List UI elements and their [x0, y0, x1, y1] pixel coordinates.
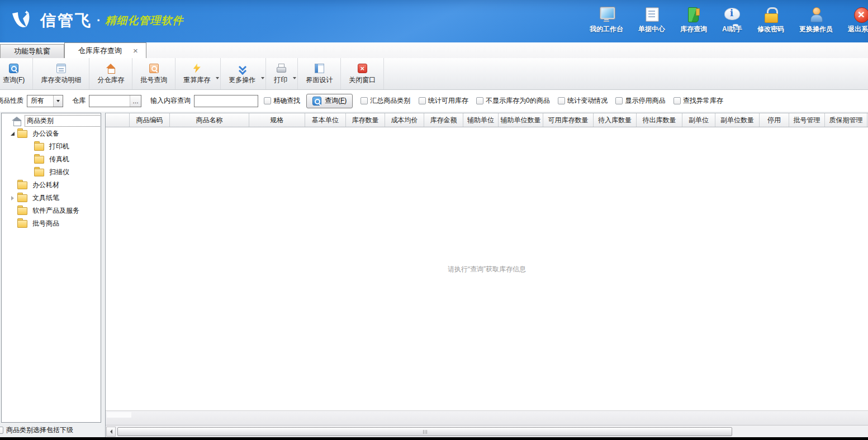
toolbar-button[interactable]: 关闭窗口 — [341, 58, 384, 89]
lightning-icon — [192, 64, 202, 73]
warehouse-input[interactable] — [89, 95, 130, 107]
header-action[interactable]: 我的工作台 — [590, 7, 623, 34]
filter-option-label: 统计可用库存 — [428, 96, 468, 106]
grid-column-header[interactable]: 副单位数量 — [715, 113, 760, 127]
tree-node[interactable]: 办公耗材 — [2, 179, 101, 192]
grid-column-header[interactable]: 待出库数量 — [637, 113, 682, 127]
grid-column-header[interactable]: 基本单位 — [305, 113, 346, 127]
checkbox-icon[interactable] — [264, 97, 271, 104]
header-action[interactable]: 单据中心 — [638, 7, 665, 34]
tree-node[interactable]: 打印机 — [2, 140, 101, 153]
toolbar-button[interactable]: 重算库存 — [176, 58, 221, 89]
scroll-left-button[interactable] — [106, 427, 116, 437]
tab[interactable]: 功能导航窗 × — [0, 44, 64, 58]
filter-option-checkbox[interactable]: 汇总商品类别 — [361, 96, 410, 106]
grid-column-header[interactable]: 库存数量 — [346, 113, 385, 127]
inventory-grid: 商品编码 商品名称 规格 基本单位 库存数量 成本 — [105, 113, 868, 437]
dropdown-arrow-icon[interactable] — [261, 77, 264, 79]
scrollbar-track[interactable] — [116, 427, 868, 437]
filter-option-checkbox[interactable]: 统计变动情况 — [558, 96, 608, 106]
grid-column-header[interactable] — [106, 113, 130, 127]
grid-column-label: 成本均价 — [391, 116, 418, 125]
scrollbar-thumb[interactable] — [117, 427, 732, 436]
grid-column-header[interactable]: 辅助单位数量 — [499, 113, 543, 127]
tree-expander-icon[interactable] — [8, 132, 16, 136]
horizontal-scrollbar[interactable] — [106, 425, 868, 437]
header-action[interactable]: 库存查询 — [680, 7, 707, 34]
tree-node-label: 办公耗材 — [31, 180, 61, 190]
header-action[interactable]: AI助手 — [722, 7, 742, 34]
header-action[interactable]: 退出系统 — [848, 7, 868, 34]
grid-body: 请执行“查询”获取库存信息 — [106, 127, 868, 410]
tree-node[interactable]: 文具纸笔 — [2, 192, 101, 204]
header-action[interactable]: 修改密码 — [757, 7, 784, 34]
grid-column-label: 规格 — [271, 116, 284, 125]
grid-column-label: 停用 — [767, 116, 781, 125]
folder-icon — [34, 155, 44, 164]
toolbar-button[interactable]: 库存变动明细 — [33, 58, 89, 89]
grid-column-header[interactable]: 商品编码 — [130, 113, 170, 127]
toolbar-button[interactable]: 分仓库存 — [89, 58, 132, 89]
checkbox-icon[interactable] — [476, 97, 483, 104]
grid-column-header[interactable]: 待入库数量 — [594, 113, 637, 127]
toolbar-button[interactable]: 更多操作 — [221, 58, 266, 89]
header-action[interactable]: 更换操作员 — [799, 7, 833, 34]
dropdown-arrow-icon[interactable] — [293, 77, 296, 79]
toolbar-button[interactable]: 打印 — [266, 58, 298, 89]
toolbar-button[interactable]: 查询(F) — [0, 58, 33, 89]
grid-column-header[interactable]: 成本均价 — [385, 113, 424, 127]
filter-option-checkbox[interactable]: 查找异常库存 — [673, 96, 723, 106]
tree-node[interactable]: 扫描仪 — [2, 166, 101, 179]
grid-column-header[interactable]: 批号管理 — [789, 113, 825, 127]
checkbox-icon[interactable] — [615, 97, 623, 104]
tree-node[interactable]: 办公设备 — [2, 127, 101, 140]
warehouse-picker-button[interactable]: … — [130, 95, 141, 107]
grid-column-header[interactable]: 质保期管理 — [825, 113, 867, 127]
content-search-label: 输入内容查询 — [150, 96, 191, 106]
tree-node[interactable]: 批号商品 — [2, 217, 101, 230]
grid-column-header[interactable]: 停用 — [760, 113, 789, 127]
folder-icon — [17, 130, 27, 138]
include-children-checkbox[interactable]: 商品类别选择包括下级 — [0, 423, 105, 437]
tree-node-label: 办公设备 — [31, 128, 61, 139]
tab-close-icon[interactable]: × — [133, 46, 138, 55]
exact-search-label: 精确查找 — [273, 96, 300, 106]
dropdown-arrow-icon[interactable] — [216, 77, 219, 79]
toolbar-button-label: 重算库存 — [183, 75, 210, 85]
filter-option-checkbox[interactable]: 显示停用商品 — [615, 96, 665, 106]
filter-option-checkbox[interactable]: 不显示库存为0的商品 — [476, 96, 550, 106]
brand-separator: · — [97, 13, 101, 28]
grid-column-header[interactable]: 规格 — [249, 113, 305, 127]
checkbox-icon[interactable] — [558, 97, 565, 104]
user-icon — [808, 7, 824, 23]
tree-expander-icon[interactable] — [8, 196, 16, 200]
home-icon — [12, 117, 22, 125]
toolbar-button-label: 打印 — [274, 75, 287, 85]
toolbar-button[interactable]: 批号查询 — [132, 58, 176, 89]
header-actions: 我的工作台 单据中心 库存查询 AI助手 修改密码 — [590, 7, 868, 34]
content-search-input[interactable] — [194, 95, 258, 107]
grid-column-header[interactable]: 可用库存数量 — [543, 113, 594, 127]
exact-search-checkbox[interactable]: 精确查找 — [264, 96, 300, 106]
monitor-icon — [598, 7, 615, 23]
filter-option-checkbox[interactable]: 统计可用库存 — [419, 96, 468, 106]
grid-column-header[interactable]: 商品名称 — [170, 113, 249, 127]
checkbox-icon[interactable] — [673, 97, 681, 104]
tree-node[interactable]: 传真机 — [2, 153, 101, 166]
grid-column-header[interactable]: 辅助单位 — [463, 113, 499, 127]
folder-icon — [34, 168, 44, 176]
filter-option-label: 查找异常库存 — [683, 96, 723, 106]
combo-dropdown-icon[interactable] — [53, 95, 63, 107]
grid-column-header[interactable]: 库存金额 — [424, 113, 463, 127]
tab[interactable]: 仓库库存查询 × — [64, 42, 146, 58]
tree-node[interactable]: 商品类别 — [2, 114, 101, 127]
checkbox-icon[interactable] — [361, 97, 368, 104]
product-nature-select[interactable]: 所有 — [27, 95, 63, 107]
tree-node[interactable]: 软件产品及服务 — [2, 204, 101, 217]
query-button[interactable]: 查询(F) — [306, 94, 353, 108]
include-children-label: 商品类别选择包括下级 — [6, 425, 73, 435]
checkbox-icon[interactable] — [0, 427, 3, 434]
checkbox-icon[interactable] — [419, 97, 426, 104]
grid-column-header[interactable]: 副单位 — [682, 113, 715, 127]
toolbar-button[interactable]: 界面设计 — [298, 58, 341, 89]
